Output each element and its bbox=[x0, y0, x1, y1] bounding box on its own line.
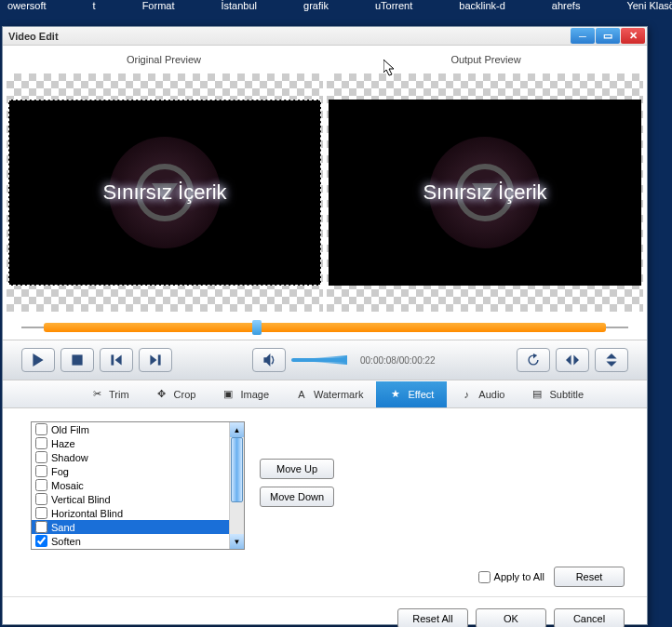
effect-label: Soften bbox=[51, 536, 81, 547]
original-preview: Sınırsız İçerik bbox=[7, 73, 323, 312]
effect-item[interactable]: Haze bbox=[32, 436, 229, 450]
move-up-button[interactable]: Move Up bbox=[260, 459, 334, 479]
timeline[interactable] bbox=[21, 319, 628, 336]
titlebar: Video Edit ─ ▭ ✕ bbox=[3, 27, 647, 46]
effect-item[interactable]: Mosaic bbox=[32, 478, 229, 492]
desktop-icon-label[interactable]: Yeni Klasö bbox=[626, 0, 672, 26]
svg-rect-1 bbox=[111, 354, 114, 365]
effect-label: Horizontal Blind bbox=[51, 508, 123, 519]
effect-checkbox[interactable] bbox=[35, 521, 47, 533]
window-title: Video Edit bbox=[8, 31, 59, 42]
effect-label: Sand bbox=[51, 522, 75, 533]
crop-icon: ✥ bbox=[155, 388, 168, 401]
desktop-icon-label[interactable]: ahrefs bbox=[552, 0, 581, 26]
effect-label: Haze bbox=[51, 438, 75, 449]
apply-to-all-checkbox[interactable]: Apply to All bbox=[478, 571, 544, 583]
video-text: Sınırsız İçerik bbox=[423, 180, 546, 205]
scroll-thumb[interactable] bbox=[231, 437, 243, 502]
effect-checkbox[interactable] bbox=[35, 465, 47, 477]
desktop-icon-label[interactable]: İstanbul bbox=[221, 0, 257, 26]
subtitle-icon: ▤ bbox=[531, 388, 544, 401]
output-preview-label: Output Preview bbox=[325, 54, 647, 65]
play-button[interactable] bbox=[21, 348, 55, 372]
effect-checkbox[interactable] bbox=[35, 423, 47, 435]
video-text: Sınırsız İçerik bbox=[102, 180, 226, 205]
volume-button[interactable] bbox=[252, 348, 286, 372]
effect-checkbox[interactable] bbox=[35, 493, 47, 505]
desktop-icon-label[interactable]: backlink-d bbox=[459, 0, 505, 26]
video-edit-window: Video Edit ─ ▭ ✕ Original Preview Output… bbox=[2, 26, 648, 625]
scroll-down-button[interactable]: ▼ bbox=[230, 534, 244, 549]
tab-watermark[interactable]: AWatermark bbox=[282, 381, 376, 407]
effect-checkbox[interactable] bbox=[35, 535, 47, 547]
note-icon: ♪ bbox=[460, 388, 473, 401]
move-down-button[interactable]: Move Down bbox=[260, 487, 334, 507]
effect-item[interactable]: Sand bbox=[32, 520, 229, 534]
effect-checkbox[interactable] bbox=[35, 451, 47, 463]
trim-start-button[interactable] bbox=[100, 348, 133, 372]
effect-item[interactable]: Vertical Blind bbox=[32, 492, 229, 506]
flip-vertical-button[interactable] bbox=[595, 348, 628, 372]
effect-item[interactable]: Horizontal Blind bbox=[32, 506, 229, 520]
tab-audio[interactable]: ♪Audio bbox=[447, 381, 517, 407]
output-preview: Sınırsız İçerik bbox=[327, 73, 643, 312]
desktop-icon-label[interactable]: Format bbox=[142, 0, 175, 26]
desktop-icon-label[interactable]: uTorrent bbox=[375, 0, 412, 26]
desktop-icon-label[interactable]: owersoft bbox=[7, 0, 47, 26]
desktop-icon-label[interactable]: t bbox=[93, 0, 96, 26]
effect-item[interactable]: Old Film bbox=[32, 422, 229, 436]
scroll-up-button[interactable]: ▲ bbox=[230, 422, 244, 437]
volume-slider[interactable] bbox=[291, 358, 347, 362]
effect-checkbox[interactable] bbox=[35, 479, 47, 491]
effect-label: Vertical Blind bbox=[51, 494, 111, 505]
cancel-button[interactable]: Cancel bbox=[554, 608, 625, 627]
effect-label: Fog bbox=[51, 466, 69, 477]
effect-checkbox[interactable] bbox=[35, 437, 47, 449]
rotate-button[interactable] bbox=[517, 348, 550, 372]
effects-list[interactable]: Old FilmHazeShadowFogMosaicVertical Blin… bbox=[31, 421, 245, 550]
desktop-icons: owersofttFormatİstanbulgrafikuTorrentbac… bbox=[0, 0, 672, 26]
trim-end-button[interactable] bbox=[139, 348, 172, 372]
star-icon: ★ bbox=[389, 388, 402, 401]
edit-tabs: ✂Trim ✥Crop ▣Image AWatermark ★Effect ♪A… bbox=[3, 380, 647, 408]
image-icon: ▣ bbox=[222, 388, 235, 401]
maximize-button[interactable]: ▭ bbox=[596, 28, 620, 44]
reset-all-button[interactable]: Reset All bbox=[397, 608, 468, 627]
tab-image[interactable]: ▣Image bbox=[208, 381, 282, 407]
close-button[interactable]: ✕ bbox=[621, 28, 645, 44]
svg-rect-2 bbox=[158, 354, 161, 365]
original-preview-label: Original Preview bbox=[3, 54, 325, 65]
effect-item[interactable]: Shadow bbox=[32, 450, 229, 464]
ok-button[interactable]: OK bbox=[476, 608, 546, 627]
flip-horizontal-button[interactable] bbox=[556, 348, 589, 372]
effect-checkbox[interactable] bbox=[35, 507, 47, 519]
tab-subtitle[interactable]: ▤Subtitle bbox=[517, 381, 597, 407]
timecode: 00:00:08/00:00:22 bbox=[360, 355, 436, 366]
effect-label: Shadow bbox=[51, 452, 88, 463]
watermark-icon: A bbox=[295, 388, 308, 401]
reset-button[interactable]: Reset bbox=[554, 567, 625, 587]
effect-label: Mosaic bbox=[51, 480, 84, 491]
scrollbar[interactable]: ▲ ▼ bbox=[229, 422, 244, 549]
scissors-icon: ✂ bbox=[90, 388, 103, 401]
svg-rect-0 bbox=[72, 354, 82, 365]
desktop-icon-label[interactable]: grafik bbox=[303, 0, 329, 26]
tab-effect[interactable]: ★Effect bbox=[376, 381, 447, 407]
stop-button[interactable] bbox=[60, 348, 94, 372]
effect-item[interactable]: Soften bbox=[32, 534, 229, 548]
effect-label: Old Film bbox=[51, 424, 89, 435]
effect-item[interactable]: Fog bbox=[32, 464, 229, 478]
timeline-handle[interactable] bbox=[252, 320, 262, 335]
minimize-button[interactable]: ─ bbox=[571, 28, 595, 44]
tab-trim[interactable]: ✂Trim bbox=[77, 381, 142, 407]
tab-crop[interactable]: ✥Crop bbox=[142, 381, 209, 407]
